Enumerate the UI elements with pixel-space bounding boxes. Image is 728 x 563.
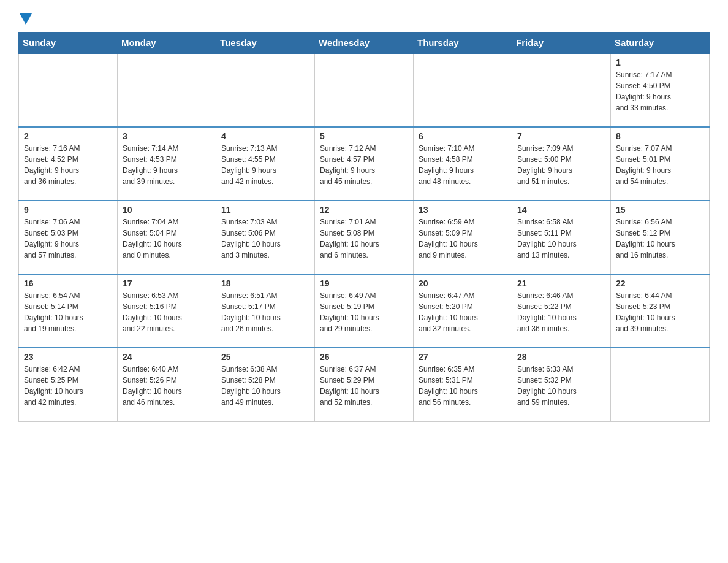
calendar-cell: 4Sunrise: 7:13 AM Sunset: 4:55 PM Daylig… xyxy=(216,127,315,201)
day-number: 13 xyxy=(419,205,507,215)
day-info: Sunrise: 6:59 AM Sunset: 5:09 PM Dayligh… xyxy=(419,216,507,261)
calendar-cell: 15Sunrise: 6:56 AM Sunset: 5:12 PM Dayli… xyxy=(611,201,710,274)
day-info: Sunrise: 7:16 AM Sunset: 4:52 PM Dayligh… xyxy=(24,143,112,187)
day-info: Sunrise: 6:42 AM Sunset: 5:25 PM Dayligh… xyxy=(24,364,112,408)
calendar-cell: 23Sunrise: 6:42 AM Sunset: 5:25 PM Dayli… xyxy=(19,348,118,421)
day-number: 21 xyxy=(517,278,605,288)
calendar-cell: 26Sunrise: 6:37 AM Sunset: 5:29 PM Dayli… xyxy=(315,348,414,421)
day-info: Sunrise: 6:46 AM Sunset: 5:22 PM Dayligh… xyxy=(517,290,605,334)
svg-marker-0 xyxy=(20,13,32,25)
calendar-cell xyxy=(19,53,118,127)
day-number: 26 xyxy=(320,352,408,362)
weekday-header-wednesday: Wednesday xyxy=(315,33,414,54)
calendar-cell: 14Sunrise: 6:58 AM Sunset: 5:11 PM Dayli… xyxy=(512,201,611,274)
day-number: 23 xyxy=(24,352,112,362)
calendar-cell: 10Sunrise: 7:04 AM Sunset: 5:04 PM Dayli… xyxy=(118,201,216,274)
day-number: 11 xyxy=(221,205,309,215)
calendar-table: SundayMondayTuesdayWednesdayThursdayFrid… xyxy=(18,32,710,422)
day-info: Sunrise: 7:06 AM Sunset: 5:03 PM Dayligh… xyxy=(24,216,112,261)
calendar-cell: 28Sunrise: 6:33 AM Sunset: 5:32 PM Dayli… xyxy=(512,348,611,421)
calendar-week-row: 23Sunrise: 6:42 AM Sunset: 5:25 PM Dayli… xyxy=(19,348,710,421)
calendar-cell: 21Sunrise: 6:46 AM Sunset: 5:22 PM Dayli… xyxy=(512,274,611,348)
calendar-cell: 12Sunrise: 7:01 AM Sunset: 5:08 PM Dayli… xyxy=(315,201,414,274)
calendar-week-row: 1Sunrise: 7:17 AM Sunset: 4:50 PM Daylig… xyxy=(19,53,710,127)
logo xyxy=(18,12,32,22)
calendar-cell: 7Sunrise: 7:09 AM Sunset: 5:00 PM Daylig… xyxy=(512,127,611,201)
day-number: 16 xyxy=(24,278,112,288)
day-number: 3 xyxy=(123,131,211,141)
day-number: 7 xyxy=(517,131,605,141)
day-number: 10 xyxy=(123,205,211,215)
day-info: Sunrise: 6:37 AM Sunset: 5:29 PM Dayligh… xyxy=(320,364,408,408)
weekday-header-friday: Friday xyxy=(512,33,611,54)
day-number: 28 xyxy=(517,352,605,362)
weekday-header-saturday: Saturday xyxy=(611,33,710,54)
day-info: Sunrise: 6:56 AM Sunset: 5:12 PM Dayligh… xyxy=(616,216,704,261)
day-number: 22 xyxy=(616,278,704,288)
day-info: Sunrise: 7:10 AM Sunset: 4:58 PM Dayligh… xyxy=(419,143,507,187)
day-number: 17 xyxy=(123,278,211,288)
day-info: Sunrise: 6:53 AM Sunset: 5:16 PM Dayligh… xyxy=(123,290,211,334)
calendar-cell xyxy=(216,53,315,127)
day-info: Sunrise: 7:12 AM Sunset: 4:57 PM Dayligh… xyxy=(320,143,408,187)
calendar-cell: 13Sunrise: 6:59 AM Sunset: 5:09 PM Dayli… xyxy=(414,201,512,274)
day-info: Sunrise: 6:49 AM Sunset: 5:19 PM Dayligh… xyxy=(320,290,408,334)
weekday-header-monday: Monday xyxy=(118,33,216,54)
calendar-cell: 1Sunrise: 7:17 AM Sunset: 4:50 PM Daylig… xyxy=(611,53,710,127)
calendar-cell: 16Sunrise: 6:54 AM Sunset: 5:14 PM Dayli… xyxy=(19,274,118,348)
weekday-header-tuesday: Tuesday xyxy=(216,33,315,54)
day-number: 15 xyxy=(616,205,704,215)
weekday-header-thursday: Thursday xyxy=(414,33,512,54)
calendar-cell: 22Sunrise: 6:44 AM Sunset: 5:23 PM Dayli… xyxy=(611,274,710,348)
day-info: Sunrise: 6:40 AM Sunset: 5:26 PM Dayligh… xyxy=(123,364,211,408)
day-info: Sunrise: 7:07 AM Sunset: 5:01 PM Dayligh… xyxy=(616,143,704,187)
day-info: Sunrise: 7:14 AM Sunset: 4:53 PM Dayligh… xyxy=(123,143,211,187)
calendar-cell: 19Sunrise: 6:49 AM Sunset: 5:19 PM Dayli… xyxy=(315,274,414,348)
day-info: Sunrise: 6:33 AM Sunset: 5:32 PM Dayligh… xyxy=(517,364,605,408)
day-number: 14 xyxy=(517,205,605,215)
calendar-cell: 5Sunrise: 7:12 AM Sunset: 4:57 PM Daylig… xyxy=(315,127,414,201)
weekday-header-row: SundayMondayTuesdayWednesdayThursdayFrid… xyxy=(19,33,710,54)
day-number: 19 xyxy=(320,278,408,288)
day-number: 27 xyxy=(419,352,507,362)
day-info: Sunrise: 7:01 AM Sunset: 5:08 PM Dayligh… xyxy=(320,216,408,261)
day-number: 25 xyxy=(221,352,309,362)
day-info: Sunrise: 7:13 AM Sunset: 4:55 PM Dayligh… xyxy=(221,143,309,187)
calendar-cell xyxy=(315,53,414,127)
day-number: 9 xyxy=(24,205,112,215)
page-header xyxy=(18,12,710,22)
calendar-cell: 8Sunrise: 7:07 AM Sunset: 5:01 PM Daylig… xyxy=(611,127,710,201)
calendar-cell: 17Sunrise: 6:53 AM Sunset: 5:16 PM Dayli… xyxy=(118,274,216,348)
day-number: 1 xyxy=(616,58,704,67)
day-number: 24 xyxy=(123,352,211,362)
day-info: Sunrise: 6:38 AM Sunset: 5:28 PM Dayligh… xyxy=(221,364,309,408)
day-number: 6 xyxy=(419,131,507,141)
calendar-week-row: 2Sunrise: 7:16 AM Sunset: 4:52 PM Daylig… xyxy=(19,127,710,201)
day-info: Sunrise: 7:03 AM Sunset: 5:06 PM Dayligh… xyxy=(221,216,309,261)
day-info: Sunrise: 6:35 AM Sunset: 5:31 PM Dayligh… xyxy=(419,364,507,408)
calendar-cell xyxy=(512,53,611,127)
day-info: Sunrise: 6:47 AM Sunset: 5:20 PM Dayligh… xyxy=(419,290,507,334)
day-info: Sunrise: 7:04 AM Sunset: 5:04 PM Dayligh… xyxy=(123,216,211,261)
calendar-week-row: 16Sunrise: 6:54 AM Sunset: 5:14 PM Dayli… xyxy=(19,274,710,348)
day-info: Sunrise: 6:54 AM Sunset: 5:14 PM Dayligh… xyxy=(24,290,112,334)
calendar-cell xyxy=(118,53,216,127)
day-number: 18 xyxy=(221,278,309,288)
calendar-cell: 27Sunrise: 6:35 AM Sunset: 5:31 PM Dayli… xyxy=(414,348,512,421)
calendar-cell: 3Sunrise: 7:14 AM Sunset: 4:53 PM Daylig… xyxy=(118,127,216,201)
day-info: Sunrise: 7:09 AM Sunset: 5:00 PM Dayligh… xyxy=(517,143,605,187)
day-info: Sunrise: 6:44 AM Sunset: 5:23 PM Dayligh… xyxy=(616,290,704,334)
weekday-header-sunday: Sunday xyxy=(19,33,118,54)
calendar-cell: 11Sunrise: 7:03 AM Sunset: 5:06 PM Dayli… xyxy=(216,201,315,274)
day-number: 4 xyxy=(221,131,309,141)
day-number: 8 xyxy=(616,131,704,141)
calendar-cell: 24Sunrise: 6:40 AM Sunset: 5:26 PM Dayli… xyxy=(118,348,216,421)
day-info: Sunrise: 7:17 AM Sunset: 4:50 PM Dayligh… xyxy=(616,69,704,113)
day-info: Sunrise: 6:58 AM Sunset: 5:11 PM Dayligh… xyxy=(517,216,605,261)
day-number: 20 xyxy=(419,278,507,288)
calendar-cell: 9Sunrise: 7:06 AM Sunset: 5:03 PM Daylig… xyxy=(19,201,118,274)
calendar-cell xyxy=(414,53,512,127)
day-number: 5 xyxy=(320,131,408,141)
calendar-cell: 6Sunrise: 7:10 AM Sunset: 4:58 PM Daylig… xyxy=(414,127,512,201)
calendar-cell xyxy=(611,348,710,421)
